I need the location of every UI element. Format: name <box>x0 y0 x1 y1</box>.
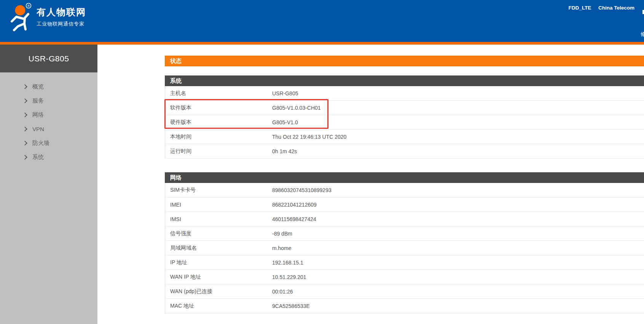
row-value: 9CA52586533E <box>272 303 644 309</box>
table-row: 硬件版本 G805-V1.0 <box>165 115 644 130</box>
signal-icon <box>642 10 644 14</box>
section-title: 系统 <box>165 75 644 86</box>
connection-status: FDD_LTE China Telecom <box>563 5 634 11</box>
row-value: USR-G805 <box>272 90 644 96</box>
device-name: USR-G805 <box>0 45 97 72</box>
table-row: 局域网域名 m.home <box>165 241 644 255</box>
carrier-label: China Telecom <box>598 5 634 11</box>
row-value: 0h 1m 42s <box>272 148 644 154</box>
row-value: G805-V1.0 <box>272 119 644 125</box>
network-type-label: FDD_LTE <box>568 5 591 11</box>
chevron-right-icon <box>22 98 27 103</box>
row-value: 868221041212609 <box>272 202 644 208</box>
row-label: MAC 地址 <box>165 303 272 310</box>
row-label: 运行时间 <box>165 148 272 155</box>
page-title: 状态 <box>165 56 644 66</box>
row-label: 信号强度 <box>165 230 272 237</box>
chevron-right-icon <box>22 141 27 146</box>
row-label: WAN (pdp)已连接 <box>165 288 272 295</box>
chevron-right-icon <box>22 127 27 132</box>
row-value: 89860320745310899293 <box>272 187 644 193</box>
logo-head <box>15 5 26 16</box>
sidebar-item-firewall[interactable]: 防火墙 <box>0 136 97 150</box>
router-admin-page: ® 有人物联网 工业物联网通信专家 FDD_LTE China Telecom … <box>0 0 644 324</box>
section-system: 系统 主机名 USR-G805 软件版本 G805-V1.0.03-CH01 硬… <box>165 75 644 159</box>
row-label: 软件版本 <box>165 104 272 111</box>
sidebar-item-label: 网络 <box>32 111 44 119</box>
sidebar: USR-G805 概览 服务 网络 VPN 防火墙 <box>0 45 97 324</box>
section-rows: SIM卡卡号 89860320745310899293 IMEI 8682210… <box>165 183 644 313</box>
table-row: WAN IP 地址 10.51.229.201 <box>165 270 644 284</box>
sidebar-item-label: 系统 <box>32 154 44 161</box>
table-row: 主机名 USR-G805 <box>165 86 644 101</box>
accent-divider <box>0 42 644 45</box>
sidebar-item-network[interactable]: 网络 <box>0 108 97 122</box>
section-network: 网络 SIM卡卡号 89860320745310899293 IMEI 8682… <box>165 172 644 313</box>
table-row: WAN (pdp)已连接 00:01:26 <box>165 284 644 299</box>
sidebar-item-label: VPN <box>32 126 44 132</box>
row-value: Thu Oct 22 19:46:13 UTC 2020 <box>272 134 644 140</box>
row-label: IMSI <box>165 216 272 222</box>
header-bar: ® 有人物联网 工业物联网通信专家 FDD_LTE China Telecom … <box>0 0 644 42</box>
sidebar-item-label: 服务 <box>32 97 44 104</box>
row-value: G805-V1.0.03-CH01 <box>272 105 644 111</box>
usr-logo-icon: ® <box>6 2 33 31</box>
registered-trademark-letter: ® <box>27 4 30 8</box>
table-row: IP 地址 192.168.15.1 <box>165 255 644 270</box>
row-label: WAN IP 地址 <box>165 274 272 281</box>
table-row: 信号强度 -89 dBm <box>165 226 644 241</box>
row-value: 192.168.15.1 <box>272 260 644 266</box>
table-row: 运行时间 0h 1m 42s <box>165 144 644 159</box>
row-value: 460115698427424 <box>272 216 644 222</box>
logo-body <box>12 14 28 30</box>
sidebar-item-label: 概览 <box>32 83 44 90</box>
row-value: m.home <box>272 245 644 251</box>
sidebar-item-vpn[interactable]: VPN <box>0 122 97 136</box>
sidebar-item-label: 防火墙 <box>32 140 49 147</box>
row-label: IP 地址 <box>165 259 272 266</box>
row-value: 00:01:26 <box>272 289 644 295</box>
brand-slogan: 工业物联网通信专家 <box>37 21 86 27</box>
row-label: IMEI <box>165 202 272 208</box>
brand-block: 有人物联网 工业物联网通信专家 <box>37 7 86 27</box>
sidebar-item-services[interactable]: 服务 <box>0 94 97 108</box>
chevron-right-icon <box>22 112 27 117</box>
chevron-right-icon <box>22 155 27 160</box>
sidebar-item-overview[interactable]: 概览 <box>0 80 97 94</box>
brand-name: 有人物联网 <box>37 7 86 17</box>
table-row: MAC 地址 9CA52586533E <box>165 299 644 313</box>
row-label: 硬件版本 <box>165 119 272 126</box>
chevron-right-icon <box>22 84 27 89</box>
section-rows: 主机名 USR-G805 软件版本 G805-V1.0.03-CH01 硬件版本… <box>165 86 644 159</box>
table-row: 本地时间 Thu Oct 22 19:46:13 UTC 2020 <box>165 130 644 144</box>
row-label: 本地时间 <box>165 133 272 140</box>
row-value: -89 dBm <box>272 231 644 237</box>
table-row: SIM卡卡号 89860320745310899293 <box>165 183 644 197</box>
sidebar-item-system[interactable]: 系统 <box>0 150 97 164</box>
row-label: 主机名 <box>165 90 272 97</box>
table-row: 软件版本 G805-V1.0.03-CH01 <box>165 101 644 115</box>
sidebar-menu: 概览 服务 网络 VPN 防火墙 系统 <box>0 80 97 164</box>
section-title: 网络 <box>165 172 644 183</box>
table-row: IMSI 460115698427424 <box>165 212 644 226</box>
row-label: 局域网域名 <box>165 245 272 252</box>
table-row: IMEI 868221041212609 <box>165 197 644 212</box>
row-label: SIM卡卡号 <box>165 187 272 194</box>
row-value: 10.51.229.201 <box>272 274 644 280</box>
modify-link[interactable]: 修 <box>641 31 644 38</box>
